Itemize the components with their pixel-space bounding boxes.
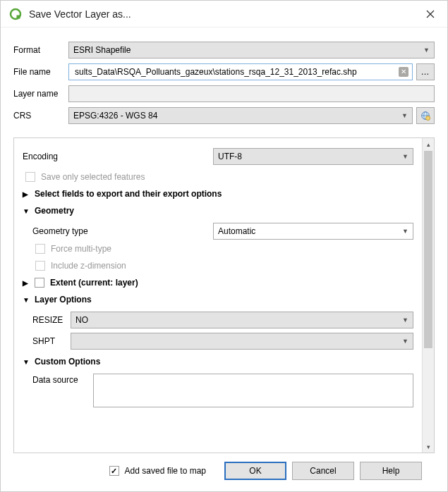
dialog-content: Format ESRI Shapefile ▼ File name ✕ … La… xyxy=(1,27,447,491)
scroll-thumb[interactable] xyxy=(424,151,432,348)
browse-button[interactable]: … xyxy=(416,63,435,80)
globe-icon xyxy=(420,110,431,121)
add-to-map-checkbox[interactable] xyxy=(109,466,119,476)
resize-label: RESIZE xyxy=(32,315,71,325)
force-multitype-row: Force multi-type xyxy=(35,244,413,254)
filename-input[interactable]: ✕ xyxy=(68,63,413,80)
geometry-type-label: Geometry type xyxy=(32,226,213,236)
save-selected-checkbox xyxy=(25,172,35,182)
custom-options-section-header[interactable]: ▼ Custom Options xyxy=(23,357,413,367)
format-label: Format xyxy=(13,45,68,55)
extent-checkbox[interactable] xyxy=(35,278,44,288)
layername-input xyxy=(68,85,435,102)
chevron-down-icon: ▼ xyxy=(402,338,408,345)
cancel-button[interactable]: Cancel xyxy=(292,462,354,480)
shpt-select[interactable]: ▼ xyxy=(71,333,413,350)
scroll-up-button[interactable]: ▴ xyxy=(423,138,434,150)
filename-label: File name xyxy=(13,67,68,77)
triangle-down-icon: ▼ xyxy=(23,296,31,304)
layer-options-section-header[interactable]: ▼ Layer Options xyxy=(23,295,413,305)
force-multitype-checkbox xyxy=(35,244,45,254)
chevron-down-icon: ▼ xyxy=(402,153,408,160)
titlebar: Save Vector Layer as... xyxy=(1,1,447,27)
dialog-window: Save Vector Layer as... Format ESRI Shap… xyxy=(0,0,448,492)
svg-point-7 xyxy=(425,116,430,120)
help-button[interactable]: Help xyxy=(360,462,422,480)
chevron-down-icon: ▼ xyxy=(402,316,408,324)
chevron-down-icon: ▼ xyxy=(402,228,408,235)
include-z-row: Include z-dimension xyxy=(35,261,413,271)
ok-button[interactable]: OK xyxy=(224,462,286,480)
data-source-label: Data source xyxy=(32,374,93,385)
options-panel: Encoding UTF-8 ▼ Save only selected feat… xyxy=(13,137,435,453)
add-to-map-row[interactable]: Add saved file to map xyxy=(109,466,206,476)
close-button[interactable] xyxy=(420,4,440,24)
resize-select[interactable]: NO ▼ xyxy=(71,312,413,328)
chevron-down-icon: ▼ xyxy=(401,112,408,119)
geometry-type-select[interactable]: Automatic ▼ xyxy=(213,223,413,240)
save-selected-label: Save only selected features xyxy=(41,172,145,182)
layername-label: Layer name xyxy=(13,89,68,99)
crs-select[interactable]: EPSG:4326 - WGS 84 ▼ xyxy=(68,107,413,124)
encoding-select[interactable]: UTF-8 ▼ xyxy=(213,148,413,165)
close-icon xyxy=(426,10,435,18)
geometry-section-header[interactable]: ▼ Geometry xyxy=(23,206,413,216)
layer-options-body: RESIZE NO ▼ SHPT xyxy=(23,312,413,350)
geometry-section-body: Geometry type Automatic ▼ Force multi-ty… xyxy=(23,223,413,271)
triangle-down-icon: ▼ xyxy=(23,207,31,215)
save-selected-checkbox-row: Save only selected features xyxy=(25,172,413,182)
extent-section-header[interactable]: ▶ Extent (current: layer) xyxy=(23,278,413,288)
custom-options-body: Data source xyxy=(23,374,413,407)
format-select[interactable]: ESRI Shapefile ▼ xyxy=(68,42,435,59)
clear-filename-button[interactable]: ✕ xyxy=(399,67,408,77)
shpt-label: SHPT xyxy=(32,336,71,346)
scroll-down-button[interactable]: ▾ xyxy=(423,441,434,453)
triangle-right-icon: ▶ xyxy=(23,190,31,198)
window-title: Save Vector Layer as... xyxy=(29,8,420,20)
panel-scrollbar[interactable]: ▴ ▾ xyxy=(422,138,434,453)
select-fields-section-header[interactable]: ▶ Select fields to export and their expo… xyxy=(23,189,413,199)
qgis-icon xyxy=(9,8,22,20)
add-to-map-label: Add saved file to map xyxy=(125,466,206,476)
data-source-textarea[interactable] xyxy=(93,374,413,407)
options-panel-body: Encoding UTF-8 ▼ Save only selected feat… xyxy=(14,138,422,453)
include-z-checkbox xyxy=(35,261,45,271)
crs-label: CRS xyxy=(13,111,68,121)
triangle-right-icon: ▶ xyxy=(23,279,31,287)
crs-picker-button[interactable] xyxy=(416,107,435,124)
svg-rect-1 xyxy=(17,15,20,18)
chevron-down-icon: ▼ xyxy=(423,47,430,54)
dialog-footer: Add saved file to map OK Cancel Help xyxy=(13,453,435,491)
triangle-down-icon: ▼ xyxy=(23,358,31,366)
encoding-label: Encoding xyxy=(23,152,213,161)
